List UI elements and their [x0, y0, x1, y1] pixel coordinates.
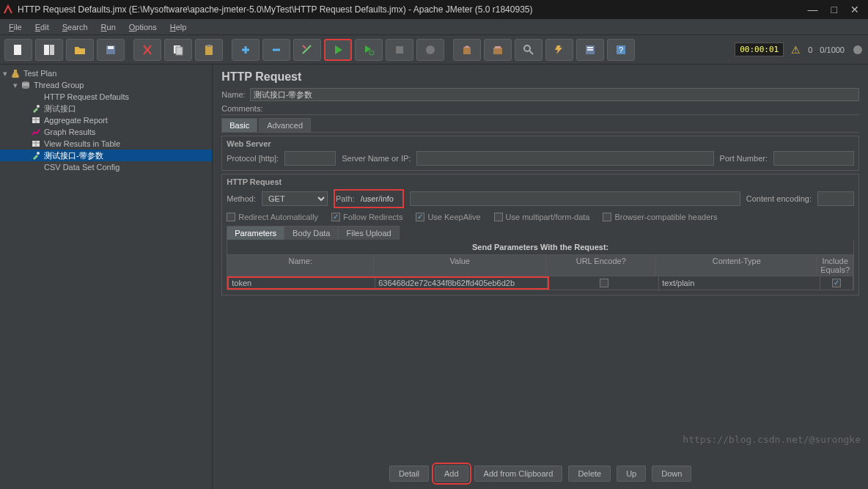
- tree-item[interactable]: HTTP Request Defaults: [0, 91, 212, 103]
- detail-button[interactable]: Detail: [389, 466, 429, 482]
- toolbar: ? 00:00:01 ⚠ 0 0/1000: [0, 35, 868, 65]
- method-select[interactable]: GET: [262, 191, 328, 206]
- menu-file[interactable]: File: [3, 21, 28, 33]
- tree-item[interactable]: Graph Results: [0, 126, 212, 138]
- tree-item[interactable]: ▾Test Plan: [0, 67, 212, 79]
- svg-point-25: [853, 45, 862, 54]
- cell-name[interactable]: token: [229, 278, 375, 288]
- collapse-button[interactable]: [262, 39, 290, 61]
- menu-help[interactable]: Help: [164, 21, 193, 33]
- param-section-title: Send Parameters With the Request:: [227, 240, 854, 255]
- tab-basic[interactable]: Basic: [221, 118, 257, 132]
- watermark: https://blog.csdn.net/@surongke: [683, 434, 861, 445]
- table-row[interactable]: token 636468d2e72c434f8b62ffd405eb6d2b t…: [227, 276, 853, 290]
- start-button[interactable]: [324, 39, 352, 61]
- menu-run[interactable]: Run: [95, 21, 122, 33]
- parameters-table: Name: Value URL Encode? Content-Type Inc…: [227, 255, 854, 290]
- minimize-button[interactable]: —: [808, 4, 818, 15]
- delete-button[interactable]: Delete: [568, 466, 611, 482]
- menubar: File Edit Search Run Options Help: [0, 19, 868, 35]
- cell-include-equals[interactable]: [820, 276, 853, 290]
- menu-search[interactable]: Search: [56, 21, 94, 33]
- add-button[interactable]: Add: [435, 466, 468, 482]
- dropper-icon: [31, 150, 41, 161]
- path-input-extended[interactable]: [410, 191, 740, 206]
- test-plan-tree[interactable]: ▾Test Plan▾Thread GroupHTTP Request Defa…: [0, 65, 213, 489]
- search-tree-button[interactable]: [515, 39, 542, 61]
- menu-edit[interactable]: Edit: [29, 21, 55, 33]
- titlebar: HTTP Request Defaults.jmx (E:\Mysoftware…: [0, 0, 868, 19]
- col-include-equals: Include Equals?: [817, 255, 853, 276]
- svg-point-29: [37, 105, 40, 108]
- multipart-check[interactable]: Use multipart/form-data: [494, 213, 590, 221]
- follow-redirects-check[interactable]: Follow Redirects: [331, 213, 402, 221]
- tree-item[interactable]: 测试接口: [0, 103, 212, 114]
- subtab-parameters[interactable]: Parameters: [227, 226, 284, 240]
- path-label: Path:: [336, 194, 355, 203]
- keepalive-check[interactable]: Use KeepAlive: [416, 213, 480, 221]
- subtab-files-upload[interactable]: Files Upload: [338, 226, 399, 240]
- server-label: Server Name or IP:: [342, 154, 411, 163]
- tree-item-label: Aggregate Report: [44, 116, 108, 125]
- save-button[interactable]: [97, 39, 125, 61]
- content-encoding-input[interactable]: [817, 191, 854, 206]
- up-button[interactable]: Up: [617, 466, 646, 482]
- maximize-button[interactable]: □: [831, 4, 837, 15]
- copy-button[interactable]: [164, 39, 192, 61]
- warning-icon: ⚠: [791, 44, 801, 56]
- new-button[interactable]: [4, 39, 32, 61]
- function-helper-button[interactable]: [576, 39, 604, 61]
- tab-advanced[interactable]: Advanced: [259, 118, 311, 132]
- svg-rect-21: [587, 47, 593, 48]
- browser-headers-check[interactable]: Browser-compatible headers: [603, 213, 717, 221]
- path-input[interactable]: [358, 191, 402, 206]
- cell-value[interactable]: 636468d2e72c434f8b62ffd405eb6d2b: [375, 278, 548, 288]
- start-no-timers-button[interactable]: [355, 39, 383, 61]
- clear-button[interactable]: [453, 39, 481, 61]
- stop-button[interactable]: [386, 39, 413, 61]
- open-button[interactable]: [66, 39, 94, 61]
- spool-icon: [21, 80, 31, 90]
- redirect-auto-check[interactable]: Redirect Automatically: [227, 213, 318, 221]
- down-button[interactable]: Down: [652, 466, 691, 482]
- cut-button[interactable]: [133, 39, 161, 61]
- editor-panel: HTTP Request Name: Comments: Basic Advan…: [213, 65, 868, 489]
- svg-rect-13: [396, 46, 403, 54]
- expand-button[interactable]: [232, 39, 260, 61]
- http-request-legend: HTTP Request: [227, 177, 854, 186]
- svg-point-12: [369, 51, 374, 55]
- flask-icon: [10, 68, 21, 78]
- subtab-body-data[interactable]: Body Data: [284, 226, 338, 240]
- svg-point-18: [524, 45, 530, 51]
- tree-item-label: CSV Data Set Config: [44, 163, 119, 172]
- thread-ratio: 0/1000: [820, 45, 845, 54]
- shutdown-button[interactable]: [416, 39, 444, 61]
- svg-point-36: [37, 152, 40, 155]
- paste-button[interactable]: [195, 39, 223, 61]
- toggle-button[interactable]: [293, 39, 321, 61]
- tree-item[interactable]: ▾Thread Group: [0, 79, 212, 91]
- tree-item[interactable]: CSV Data Set Config: [0, 161, 212, 173]
- tree-item-label: Thread Group: [34, 81, 84, 89]
- help-button[interactable]: ?: [607, 39, 635, 61]
- server-input[interactable]: [416, 151, 713, 166]
- col-content-type: Content-Type: [656, 255, 817, 276]
- tree-item[interactable]: Aggregate Report: [0, 114, 212, 126]
- templates-button[interactable]: [35, 39, 63, 61]
- button-bar: Detail Add Add from Clipboard Delete Up …: [221, 461, 859, 486]
- cell-content-type[interactable]: text/plain: [659, 276, 820, 290]
- port-input[interactable]: [773, 151, 854, 166]
- cell-url-encode[interactable]: [549, 276, 659, 290]
- panel-heading: HTTP Request: [221, 70, 859, 84]
- add-from-clipboard-button[interactable]: Add from Clipboard: [474, 466, 563, 482]
- close-button[interactable]: ✕: [850, 4, 859, 15]
- tree-item[interactable]: View Results in Table: [0, 138, 212, 150]
- reset-search-button[interactable]: [545, 39, 573, 61]
- table-icon: [31, 139, 41, 149]
- clear-all-button[interactable]: [484, 39, 512, 61]
- tree-item-label: View Results in Table: [44, 139, 120, 148]
- menu-options[interactable]: Options: [123, 21, 163, 33]
- protocol-input[interactable]: [284, 151, 336, 166]
- tree-item[interactable]: 测试接口-带参数: [0, 150, 212, 161]
- name-input[interactable]: [250, 88, 859, 101]
